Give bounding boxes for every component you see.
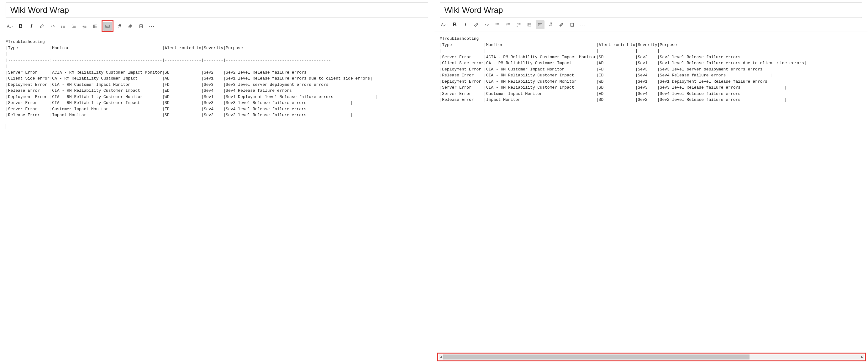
- work-item-button[interactable]: [568, 20, 577, 29]
- page-title-input[interactable]: Wiki Word Wrap: [440, 2, 862, 18]
- bold-button[interactable]: B: [451, 20, 459, 29]
- editor-toolbar: B I Abc # ···: [434, 19, 868, 32]
- mention-button[interactable]: #: [115, 22, 124, 31]
- horizontal-scrollbar-highlight: ◀ ▶: [437, 353, 866, 361]
- italic-button[interactable]: I: [27, 22, 36, 31]
- bold-button[interactable]: B: [16, 22, 25, 31]
- right-pane: Wiki Word Wrap B I Abc #: [434, 0, 868, 362]
- svg-point-0: [62, 25, 62, 25]
- left-pane: Wiki Word Wrap B I Abc #: [0, 0, 434, 362]
- horizontal-scrollbar[interactable]: ◀ ▶: [439, 355, 865, 360]
- editor-toolbar: B I Abc # ···: [0, 19, 434, 35]
- svg-point-9: [496, 26, 496, 26]
- italic-button[interactable]: I: [461, 20, 470, 29]
- bullet-list-button[interactable]: [59, 22, 68, 31]
- bullet-list-button[interactable]: [493, 20, 502, 29]
- link-button[interactable]: [38, 22, 46, 31]
- svg-text:Abc: Abc: [538, 24, 541, 26]
- text-format-dropdown[interactable]: [6, 22, 14, 31]
- checklist-button[interactable]: [80, 22, 89, 31]
- editor-area-right[interactable]: #Troubleshooting |Type |Monitor |Alert r…: [434, 32, 868, 362]
- code-button[interactable]: [48, 22, 57, 31]
- code-button[interactable]: [483, 20, 491, 29]
- text-cursor: [6, 124, 6, 129]
- link-button[interactable]: [472, 20, 480, 29]
- word-wrap-highlight: Abc: [101, 20, 114, 32]
- scrollbar-thumb[interactable]: [443, 355, 749, 360]
- attachment-button[interactable]: [126, 22, 135, 31]
- page-title-input[interactable]: Wiki Word Wrap: [6, 2, 428, 18]
- svg-rect-13: [570, 23, 574, 27]
- word-wrap-button[interactable]: Abc: [536, 20, 545, 29]
- svg-point-7: [496, 23, 496, 24]
- word-wrap-button[interactable]: Abc: [103, 22, 112, 31]
- more-button[interactable]: ···: [578, 20, 587, 29]
- mention-button[interactable]: #: [547, 20, 555, 29]
- scroll-right-arrow[interactable]: ▶: [860, 355, 864, 360]
- attachment-button[interactable]: [557, 20, 566, 29]
- scroll-left-arrow[interactable]: ◀: [439, 355, 443, 360]
- svg-point-8: [496, 25, 496, 25]
- svg-point-2: [62, 27, 62, 28]
- table-button[interactable]: [525, 20, 534, 29]
- svg-text:Abc: Abc: [106, 26, 109, 27]
- svg-rect-10: [528, 23, 531, 26]
- markdown-content[interactable]: #Troubleshooting |Type |Monitor |Alert r…: [440, 36, 862, 103]
- text-format-dropdown[interactable]: [440, 20, 448, 29]
- svg-rect-3: [94, 25, 97, 28]
- checklist-button[interactable]: [515, 20, 523, 29]
- svg-rect-6: [140, 25, 142, 28]
- editor-area-left[interactable]: #Troubleshooting |Type |Monitor |Alert r…: [0, 35, 434, 362]
- numbered-list-button[interactable]: [504, 20, 513, 29]
- more-button[interactable]: ···: [147, 22, 156, 31]
- table-button[interactable]: [91, 22, 100, 31]
- svg-point-1: [62, 26, 62, 27]
- numbered-list-button[interactable]: [70, 22, 79, 31]
- markdown-content[interactable]: #Troubleshooting |Type |Monitor |Alert r…: [6, 39, 428, 119]
- work-item-button[interactable]: [137, 22, 146, 31]
